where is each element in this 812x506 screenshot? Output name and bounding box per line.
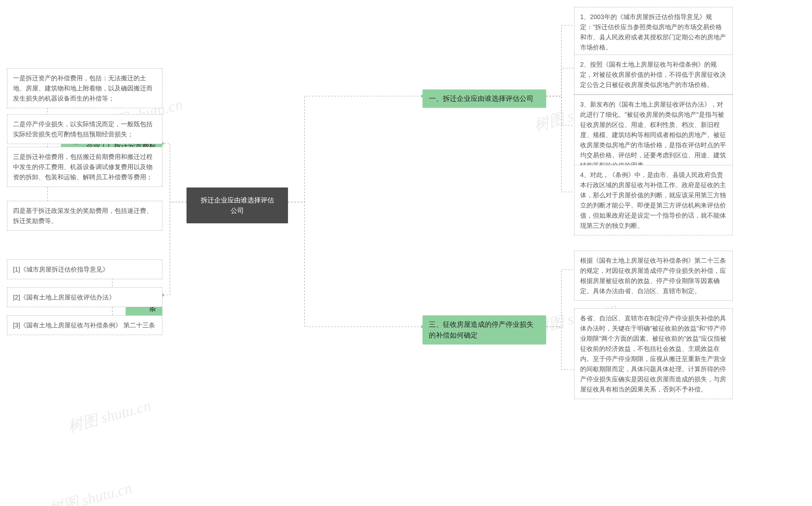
leaf-node[interactable]: 四是基于拆迁政策发生的奖励费用，包括速迁费、拆迁奖励费等。 xyxy=(7,201,162,231)
leaf-text: 2、按照《国有土地上房屋征收与补偿条例》的规定，对被征收房屋价值的补偿，不得低于… xyxy=(580,61,726,88)
leaf-text: 一是拆迁资产的补偿费用，包括：无法搬迁的土地、房屋、建筑物和地上附着物，以及确因… xyxy=(13,75,153,102)
leaf-text: 4、对此，《条例》中，是由市、县级人民政府负责本行政区域的房屋征收与补偿工作。政… xyxy=(580,171,726,229)
leaf-text: 根据《国有土地上房屋征收与补偿条例》第二十三条的规定，对因征收房屋造成停产停业损… xyxy=(580,257,726,294)
leaf-text: 三是拆迁补偿费用，包括搬迁前期费用和搬迁过程中发生的停工费用、机器设备调试修复费… xyxy=(13,153,153,180)
watermark: 树图 shutu.cn xyxy=(46,478,134,506)
leaf-node[interactable]: 根据《国有土地上房屋征收与补偿条例》第二十三条的规定，对因征收房屋造成停产停业损… xyxy=(574,251,733,301)
leaf-node[interactable]: 2、按照《国有土地上房屋征收与补偿条例》的规定，对被征收房屋价值的补偿，不得低于… xyxy=(574,55,733,94)
leaf-text: 1、2003年的《城市房屋拆迁估价指导意见》规定："拆迁估价应当参照类似房地产的… xyxy=(580,13,726,51)
leaf-node[interactable]: 三是拆迁补偿费用，包括搬迁前期费用和搬迁过程中发生的停工费用、机器设备调试修复费… xyxy=(7,147,162,187)
center-label: 拆迁企业应由谁选择评估 公司 xyxy=(201,196,274,214)
leaf-node[interactable]: 二是停产停业损失，以实际情况而定，一般既包括实际经营损失也可酌情包括预期经营损失… xyxy=(7,114,162,144)
leaf-node[interactable]: 3、新发布的《国有土地上房屋征收评估办法》，对此进行了细化。"被征收房屋的类似房… xyxy=(574,94,733,175)
leaf-node[interactable]: 4、对此，《条例》中，是由市、县级人民政府负责本行政区域的房屋征收与补偿工作。政… xyxy=(574,165,733,235)
leaf-text: 3、新发布的《国有土地上房屋征收评估办法》，对此进行了细化。"被征收房屋的类似房… xyxy=(580,101,726,169)
branch-node[interactable]: 一、拆迁企业应由谁选择评估公司 xyxy=(423,89,546,108)
branch-node[interactable]: 三、征收房屋造成的停产停业损失的补偿如何确定 xyxy=(423,315,546,344)
leaf-node[interactable]: 1、2003年的《城市房屋拆迁估价指导意见》规定："拆迁估价应当参照类似房地产的… xyxy=(574,7,733,57)
branch-label: 三、征收房屋造成的停产停业损失的补偿如何确定 xyxy=(429,320,534,339)
leaf-node[interactable]: [2]《国有土地上房屋征收评估办法》 xyxy=(7,287,162,307)
leaf-text: 二是停产停业损失，以实际情况而定，一般既包括实际经营损失也可酌情包括预期经营损失… xyxy=(13,120,153,138)
leaf-text: [3]《国有土地上房屋征收与补偿条例》 第二十三条 xyxy=(13,322,155,329)
leaf-text: [2]《国有土地上房屋征收评估办法》 xyxy=(13,294,115,301)
leaf-node[interactable]: [3]《国有土地上房屋征收与补偿条例》 第二十三条 xyxy=(7,315,162,335)
leaf-text: 四是基于拆迁政策发生的奖励费用，包括速迁费、拆迁奖励费等。 xyxy=(13,207,153,224)
watermark: 树图 shutu.cn xyxy=(65,395,153,437)
mindmap-center[interactable]: 拆迁企业应由谁选择评估 公司 xyxy=(186,187,288,223)
branch-label: 一、拆迁企业应由谁选择评估公司 xyxy=(429,94,534,102)
leaf-node[interactable]: 一是拆迁资产的补偿费用，包括：无法搬迁的土地、房屋、建筑物和地上附着物，以及确因… xyxy=(7,68,162,108)
leaf-node[interactable]: [1]《城市房屋拆迁估价指导意见》 xyxy=(7,259,162,279)
leaf-text: 各省、自治区、直辖市在制定停产停业损失补偿的具体办法时，关键在于明确"被征收前的… xyxy=(580,315,726,393)
leaf-text: [1]《城市房屋拆迁估价指导意见》 xyxy=(13,266,109,273)
leaf-node[interactable]: 各省、自治区、直辖市在制定停产停业损失补偿的具体办法时，关键在于明确"被征收前的… xyxy=(574,308,733,399)
